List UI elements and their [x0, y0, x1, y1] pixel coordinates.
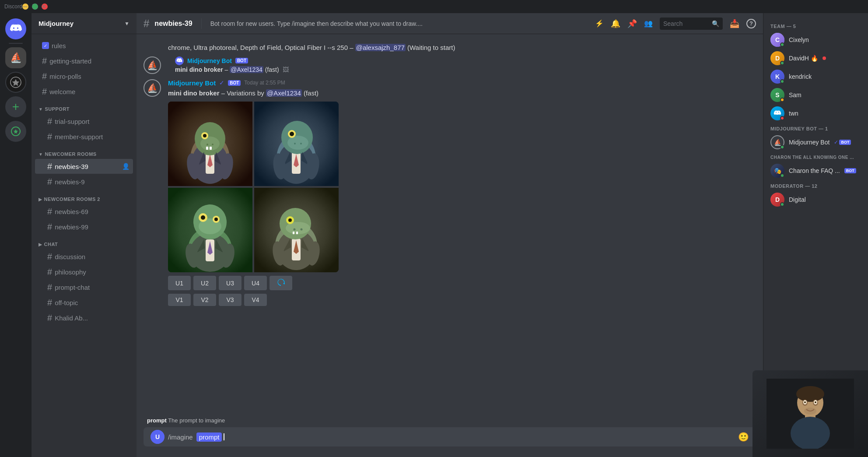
channel-item-welcome[interactable]: # welcome — [35, 84, 133, 99]
channel-item-discussion[interactable]: # discussion — [35, 249, 133, 264]
verified-icon: ✓ — [219, 79, 224, 86]
svg-point-27 — [290, 132, 294, 136]
member-badges: ✓ BOT — [834, 139, 851, 145]
channel-label: philosophy — [55, 268, 86, 276]
minimize-btn[interactable]: — — [22, 4, 28, 10]
server-header[interactable]: Midjourney ▼ — [32, 13, 136, 34]
checkbox-icon: ✓ — [42, 42, 49, 49]
hash-icon: # — [42, 87, 47, 96]
svg-point-25 — [287, 136, 308, 150]
member-name: kendrick — [789, 73, 812, 80]
channel-item-newbies-39[interactable]: # newbies-39 👤 — [35, 159, 133, 174]
image-cell-3[interactable] — [168, 188, 252, 272]
server-list: ⛵ + — [0, 13, 32, 457]
message-suffix: (Waiting to start) — [407, 44, 455, 51]
channel-label: newbies-9 — [55, 178, 84, 186]
category-chat[interactable]: ▶ CHAT — [32, 235, 136, 249]
red-dot-badge — [822, 56, 826, 60]
channel-label: newbies-39 — [55, 163, 88, 170]
member-item-midjourney-bot[interactable]: ⛵ Midjourney Bot ✓ BOT — [767, 133, 864, 151]
channel-item-trial-support[interactable]: # trial-support — [35, 114, 133, 129]
titlebar: Discord — ⛶ ✕ — [0, 0, 868, 13]
members-icon[interactable]: 👥 — [644, 19, 653, 28]
button-v2[interactable]: V2 — [193, 294, 216, 306]
member-item-twn[interactable]: twn — [767, 104, 864, 123]
button-refresh[interactable] — [270, 276, 292, 290]
svg-point-70 — [791, 417, 830, 449]
member-item-kendrick[interactable]: K kendrick — [767, 67, 864, 86]
server-icon-explore[interactable] — [5, 121, 26, 142]
main-content: # newbies-39 Bot room for new users. Typ… — [136, 13, 763, 457]
channel-item-prompt-chat[interactable]: # prompt-chat — [35, 280, 133, 295]
header-icons: ⚡ 🔔 📌 👥 🔍 📥 ? — [595, 18, 756, 30]
member-avatar-cixelyn: C — [770, 33, 784, 47]
image-cell-2[interactable] — [254, 102, 339, 186]
member-item-sam[interactable]: S Sam — [767, 86, 864, 104]
svg-point-11 — [206, 144, 208, 145]
server-icon-midjourney[interactable]: ⛵ — [5, 47, 26, 68]
image-cell-1[interactable] — [168, 102, 252, 186]
hash-icon: # — [47, 267, 52, 276]
close-btn[interactable]: ✕ — [42, 4, 48, 10]
button-u1[interactable]: U1 — [168, 276, 191, 290]
category-newcomer-rooms[interactable]: ▼ NEWCOMER ROOMS — [32, 144, 136, 158]
search-box[interactable]: 🔍 — [660, 18, 723, 30]
server-name: Midjourney — [38, 20, 74, 27]
prompt-hint-description: The prompt to imagine — [168, 417, 225, 424]
emoji-icon[interactable]: 🙂 — [738, 432, 749, 442]
message-text: mini dino broker – Variations by @Axel12… — [168, 88, 756, 98]
button-u3[interactable]: U3 — [219, 276, 242, 290]
pin-icon[interactable]: 📌 — [627, 19, 637, 28]
notifications-icon[interactable]: 🔔 — [611, 19, 620, 28]
button-u4[interactable]: U4 — [244, 276, 267, 290]
channel-item-newbies-99[interactable]: # newbies-99 — [35, 219, 133, 234]
status-icon — [780, 42, 784, 47]
channel-label: rules — [52, 42, 66, 49]
category-arrow-icon: ▼ — [38, 152, 43, 157]
svg-point-77 — [804, 408, 816, 415]
imagine-prompt-tag: prompt — [196, 432, 222, 442]
chevron-down-icon: ▼ — [124, 21, 130, 27]
member-item-davidh[interactable]: D DavidH 🔥 — [767, 49, 864, 67]
button-v3[interactable]: V3 — [219, 294, 242, 306]
button-u2[interactable]: U2 — [193, 276, 216, 290]
channel-item-newbies-9[interactable]: # newbies-9 — [35, 174, 133, 189]
svg-point-59 — [301, 228, 303, 231]
image-cell-4[interactable] — [254, 188, 339, 272]
category-newcomer-rooms-2[interactable]: ▶ NEWCOMER ROOMS 2 — [32, 190, 136, 204]
threads-icon[interactable]: ⚡ — [595, 19, 604, 28]
server-icon-discord[interactable] — [5, 18, 26, 39]
channel-item-rules[interactable]: ✓ rules — [35, 38, 133, 53]
channel-item-newbies-69[interactable]: # newbies-69 — [35, 204, 133, 219]
channel-item-micro-polls[interactable]: # micro-polls — [35, 69, 133, 84]
channel-item-off-topic[interactable]: # off-topic — [35, 295, 133, 310]
message-avatar: ⛵ — [144, 79, 161, 97]
hash-icon: # — [47, 117, 52, 126]
category-label: NEWCOMER ROOMS — [45, 151, 96, 157]
search-input[interactable] — [663, 20, 708, 27]
svg-point-12 — [212, 144, 214, 145]
titlebar-title: Discord — [4, 4, 22, 10]
member-item-charon[interactable]: 🎭 Charon the FAQ ... BOT — [767, 162, 864, 180]
server-icon-add[interactable]: + — [5, 96, 26, 117]
member-avatar-sam: S — [770, 88, 784, 102]
member-item-cixelyn[interactable]: C Cixelyn — [767, 31, 864, 49]
channel-item-member-support[interactable]: # member-support — [35, 129, 133, 144]
member-item-digital[interactable]: D Digital — [767, 190, 864, 209]
channel-item-philosophy[interactable]: # philosophy — [35, 264, 133, 279]
category-support[interactable]: ▼ SUPPORT — [32, 99, 136, 113]
category-arrow-icon: ▶ — [38, 242, 42, 247]
channel-label: trial-support — [55, 118, 89, 125]
channel-item-getting-started[interactable]: # getting-started — [35, 53, 133, 68]
maximize-btn[interactable]: ⛶ — [32, 4, 38, 10]
member-name: Charon the FAQ ... — [789, 167, 840, 174]
server-icon-openai[interactable] — [5, 72, 26, 93]
button-v1[interactable]: V1 — [168, 294, 191, 306]
channel-item-khalid[interactable]: # Khalid Ab... — [35, 310, 133, 325]
help-icon[interactable]: ? — [746, 19, 756, 28]
prompt-hint: prompt The prompt to imagine — [144, 415, 756, 425]
channel-label: getting-started — [49, 57, 91, 65]
member-avatar-mj: ⛵ — [770, 135, 784, 149]
button-v4[interactable]: V4 — [244, 294, 267, 306]
inbox-icon[interactable]: 📥 — [730, 19, 739, 28]
